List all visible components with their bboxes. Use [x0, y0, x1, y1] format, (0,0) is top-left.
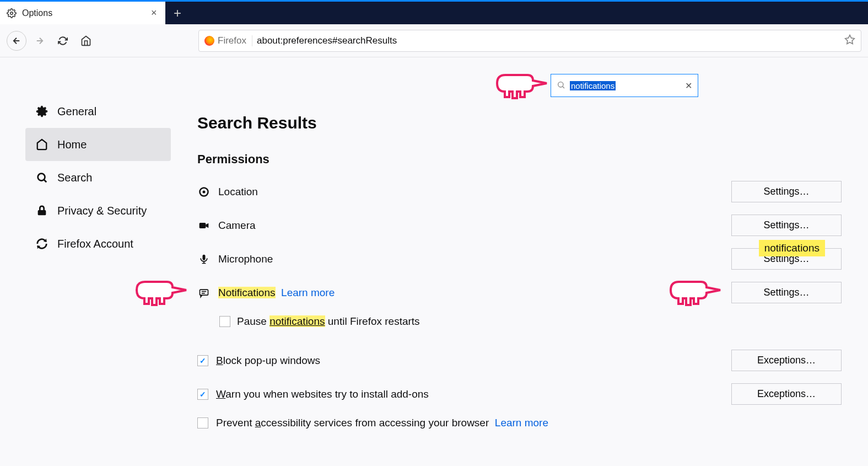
svg-point-0 — [10, 12, 13, 14]
microphone-icon — [197, 254, 211, 265]
sidebar-item-general[interactable]: General — [25, 95, 171, 128]
sidebar-label: Firefox Account — [57, 238, 133, 250]
location-label: Location — [218, 186, 724, 198]
tab-strip: Options × + — [0, 0, 868, 24]
preferences-sidebar: General Home Search Privacy & Security F… — [0, 74, 171, 441]
block-popups-row: Block pop-up windows Exceptions… — [197, 350, 842, 371]
pause-notifications-label: Pause notifications until Firefox restar… — [237, 315, 420, 328]
gear-icon — [7, 8, 17, 18]
svg-rect-14 — [200, 290, 208, 295]
a11y-checkbox[interactable] — [197, 417, 208, 428]
microphone-label: Microphone — [218, 253, 724, 265]
svg-marker-12 — [206, 223, 208, 227]
sync-icon — [35, 238, 48, 250]
lock-icon — [35, 205, 48, 217]
notifications-settings-button[interactable]: Settings… — [731, 282, 842, 303]
notifications-label: Notifications — [218, 287, 276, 298]
perm-row-camera: Camera Settings… — [197, 215, 842, 236]
camera-icon — [197, 220, 211, 231]
svg-point-6 — [558, 82, 563, 87]
identity-box[interactable]: Firefox — [204, 35, 252, 46]
warn-addons-row: Warn you when websites try to install ad… — [197, 383, 842, 405]
pause-notifications-checkbox-row: Pause notifications until Firefox restar… — [219, 315, 842, 328]
camera-label: Camera — [218, 219, 724, 232]
svg-point-3 — [38, 174, 45, 181]
svg-point-10 — [203, 190, 206, 193]
page-title: Search Results — [197, 114, 842, 132]
home-icon — [35, 138, 48, 151]
preferences-search-input[interactable]: notifications ✕ — [551, 74, 698, 97]
perm-row-notifications: Notifications Learn more Settings… — [197, 282, 842, 303]
camera-settings-button[interactable]: Settings… — [731, 215, 842, 236]
section-title: Permissions — [197, 152, 842, 167]
tab-options[interactable]: Options × — [0, 2, 165, 24]
preferences-content: notifications ✕ Search Results Permissio… — [171, 74, 868, 441]
home-button[interactable] — [76, 31, 96, 51]
svg-marker-1 — [845, 35, 855, 44]
gear-icon — [35, 105, 48, 117]
close-icon[interactable]: × — [151, 7, 159, 19]
search-value: notifications — [570, 81, 616, 90]
reload-button[interactable] — [53, 31, 73, 51]
notification-icon — [197, 287, 211, 298]
a11y-label: Prevent accessibility services from acce… — [216, 417, 842, 429]
warn-addons-label: Warn you when websites try to install ad… — [216, 388, 724, 400]
sidebar-label: General — [57, 105, 96, 118]
sidebar-label: Home — [57, 138, 87, 151]
sidebar-item-search[interactable]: Search — [25, 161, 171, 194]
nav-toolbar: Firefox about:preferences#searchResults — [0, 24, 868, 57]
sidebar-label: Search — [57, 172, 92, 184]
svg-line-4 — [44, 180, 47, 183]
sidebar-label: Privacy & Security — [57, 205, 147, 217]
search-icon — [35, 172, 48, 184]
notifications-learn-more-link[interactable]: Learn more — [281, 287, 335, 298]
clear-search-icon[interactable]: ✕ — [685, 81, 692, 91]
warn-addons-checkbox[interactable] — [197, 389, 208, 400]
bookmark-star-icon[interactable] — [844, 34, 855, 47]
notifications-label-wrap: Notifications Learn more — [218, 287, 724, 299]
annotation-hand-icon — [494, 69, 549, 100]
block-popups-checkbox[interactable] — [197, 355, 208, 366]
svg-rect-11 — [200, 223, 206, 228]
svg-line-7 — [563, 86, 564, 88]
a11y-row: Prevent accessibility services from acce… — [197, 417, 842, 429]
svg-rect-5 — [38, 210, 46, 215]
firefox-icon — [204, 36, 214, 46]
sidebar-item-home[interactable]: Home — [25, 128, 171, 161]
block-popups-exceptions-button[interactable]: Exceptions… — [731, 350, 842, 371]
new-tab-button[interactable]: + — [165, 2, 190, 24]
a11y-learn-more-link[interactable]: Learn more — [495, 417, 548, 428]
search-tooltip: notifications — [759, 240, 825, 256]
block-popups-label: Block pop-up windows — [216, 355, 724, 367]
pause-notifications-checkbox[interactable] — [219, 316, 230, 327]
warn-addons-exceptions-button[interactable]: Exceptions… — [731, 383, 842, 405]
location-icon — [197, 186, 211, 197]
search-icon — [557, 81, 565, 91]
perm-row-microphone: Microphone Settings… notifications — [197, 248, 842, 270]
back-button[interactable] — [7, 31, 26, 51]
forward-button[interactable] — [30, 31, 50, 51]
sidebar-item-privacy[interactable]: Privacy & Security — [25, 194, 171, 227]
svg-rect-13 — [203, 254, 206, 260]
location-settings-button[interactable]: Settings… — [731, 181, 842, 202]
tab-title: Options — [22, 8, 145, 18]
pause-highlight: notifications — [269, 315, 325, 327]
sidebar-item-account[interactable]: Firefox Account — [25, 227, 171, 260]
perm-row-location: Location Settings… — [197, 181, 842, 202]
url-bar[interactable]: Firefox about:preferences#searchResults — [198, 30, 861, 52]
identity-label: Firefox — [218, 35, 246, 46]
url-text: about:preferences#searchResults — [257, 35, 840, 46]
